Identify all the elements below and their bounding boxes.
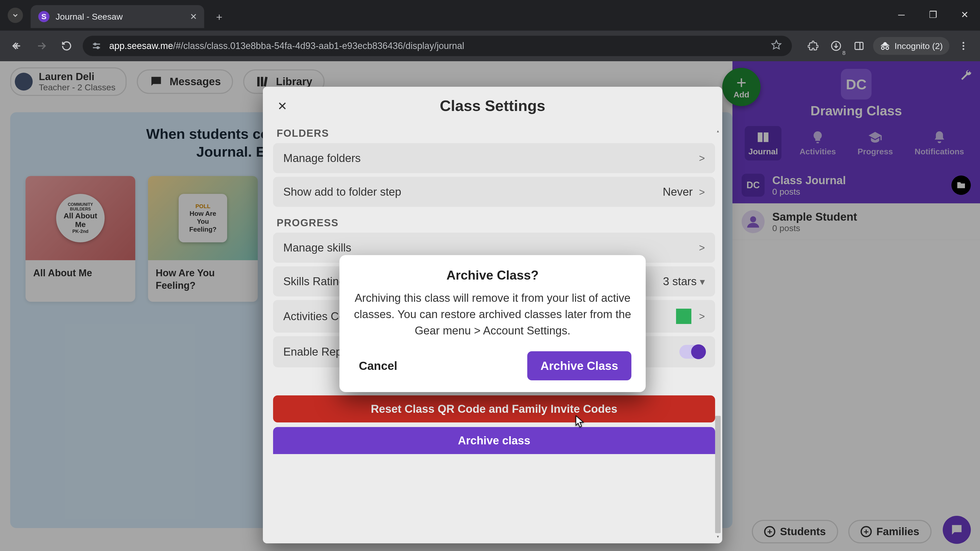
svg-point-15 <box>963 45 964 47</box>
archive-class-button[interactable]: Archive class <box>273 427 715 454</box>
archive-class-confirm-button[interactable]: Archive Class <box>527 351 632 380</box>
download-icon <box>831 41 842 51</box>
browser-titlebar: S Journal - Seesaw ✕ ＋ ─ ❐ ✕ <box>0 0 980 30</box>
page-viewport: Lauren Deli Teacher - 2 Classes Messages… <box>0 61 980 551</box>
incognito-chip[interactable]: Incognito (2) <box>873 37 950 55</box>
tab-favicon: S <box>38 11 49 22</box>
puzzle-icon <box>808 41 818 51</box>
confirm-buttons: Cancel Archive Class <box>354 351 632 380</box>
nav-reload-button[interactable] <box>58 37 76 55</box>
modal-title: Class Settings <box>263 87 722 121</box>
downloads-badge: 8 <box>842 50 845 56</box>
svg-point-13 <box>886 47 889 50</box>
reset-codes-button[interactable]: Reset Class QR Code and Family Invite Co… <box>273 395 715 422</box>
confirm-body: Archiving this class will remove it from… <box>354 290 632 338</box>
chevron-right-icon: > <box>699 242 705 254</box>
incognito-icon <box>880 41 891 51</box>
svg-point-5 <box>94 43 96 45</box>
address-bar[interactable]: app.seesaw.me/#/class/class.013e8bba-54f… <box>83 36 792 56</box>
toggle-on[interactable] <box>679 345 705 359</box>
modal-close-button[interactable]: ✕ <box>275 98 290 114</box>
svg-rect-10 <box>855 42 863 49</box>
arrow-right-icon <box>36 41 47 51</box>
nav-forward-button[interactable] <box>33 37 51 55</box>
color-swatch <box>676 309 691 324</box>
kebab-icon <box>958 41 969 51</box>
section-progress-label: PROGRESS <box>277 217 715 229</box>
url-path: /#/class/class.013e8bba-54fa-4d93-aab1-e… <box>173 41 464 51</box>
row-manage-folders[interactable]: Manage folders > <box>273 143 715 173</box>
panel-icon <box>854 41 864 51</box>
svg-point-14 <box>963 42 964 44</box>
toggle-knob <box>691 345 706 359</box>
reader-button[interactable] <box>850 37 868 55</box>
window-controls: ─ ❐ ✕ <box>894 7 972 22</box>
svg-point-16 <box>963 48 964 50</box>
arrow-left-icon <box>11 41 22 51</box>
cursor-icon <box>576 415 584 427</box>
cancel-button[interactable]: Cancel <box>354 352 402 380</box>
tab-title: Journal - Seesaw <box>56 12 123 22</box>
confirm-title: Archive Class? <box>354 268 632 283</box>
scroll-up-arrow[interactable]: ▴ <box>714 127 721 134</box>
browser-menu-button[interactable] <box>955 37 972 55</box>
chevron-right-icon: > <box>699 311 705 322</box>
toolbar-right: 8 Incognito (2) <box>799 37 972 55</box>
reload-icon <box>61 41 72 51</box>
chevron-down-icon <box>11 11 19 19</box>
incognito-label: Incognito (2) <box>894 41 943 51</box>
chevron-down-icon: ▾ <box>700 276 705 287</box>
site-info-button[interactable] <box>90 40 103 52</box>
url-text: app.seesaw.me/#/class/class.013e8bba-54f… <box>109 41 464 51</box>
url-host: app.seesaw.me <box>109 41 173 51</box>
extensions-button[interactable] <box>804 37 822 55</box>
chevron-right-icon: > <box>699 152 705 164</box>
section-folders-label: FOLDERS <box>277 127 715 139</box>
tab-close-button[interactable]: ✕ <box>190 11 197 22</box>
scrollbar-thumb[interactable] <box>715 416 721 533</box>
nav-back-button[interactable] <box>8 37 25 55</box>
browser-tab-active[interactable]: S Journal - Seesaw ✕ <box>30 5 204 28</box>
scroll-down-arrow[interactable]: ▾ <box>714 533 721 540</box>
browser-toolbar: app.seesaw.me/#/class/class.013e8bba-54f… <box>0 30 980 61</box>
downloads-button[interactable]: 8 <box>827 37 845 55</box>
star-icon <box>771 40 782 50</box>
window-minimize-button[interactable]: ─ <box>894 7 909 22</box>
tune-icon <box>91 41 102 51</box>
new-tab-button[interactable]: ＋ <box>213 10 226 23</box>
window-maximize-button[interactable]: ❐ <box>925 7 941 22</box>
svg-point-6 <box>97 47 99 49</box>
svg-point-12 <box>881 47 884 50</box>
row-show-add-to-folder[interactable]: Show add to folder step Never > <box>273 177 715 207</box>
search-tabs-button[interactable] <box>8 8 23 23</box>
archive-confirm-dialog: Archive Class? Archiving this class will… <box>339 255 646 392</box>
bookmark-button[interactable] <box>771 40 782 52</box>
window-close-button[interactable]: ✕ <box>957 7 972 22</box>
svg-marker-7 <box>772 40 781 49</box>
chevron-right-icon: > <box>699 186 705 198</box>
